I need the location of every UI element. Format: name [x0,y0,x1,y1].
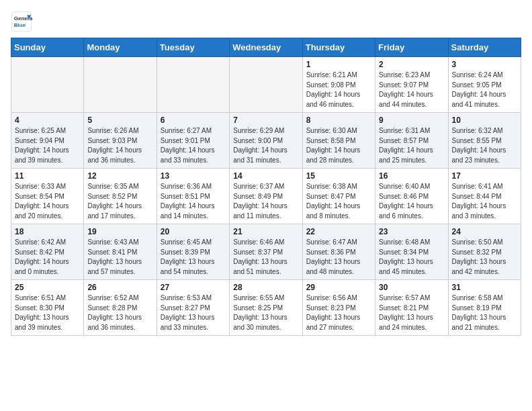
day-info: Sunrise: 6:35 AM Sunset: 8:52 PM Dayligh… [87,182,152,221]
day-number: 24 [452,227,517,236]
day-number: 31 [452,283,517,292]
day-number: 1 [306,60,371,69]
day-cell: 9Sunrise: 6:31 AM Sunset: 8:57 PM Daylig… [375,113,448,169]
day-info: Sunrise: 6:31 AM Sunset: 8:57 PM Dayligh… [379,126,444,165]
day-info: Sunrise: 6:47 AM Sunset: 8:36 PM Dayligh… [306,238,371,277]
day-number: 14 [233,171,298,181]
day-number: 15 [306,171,371,181]
day-number: 22 [306,227,371,236]
logo-icon: General Blue [11,11,32,32]
week-row-5: 25Sunrise: 6:51 AM Sunset: 8:30 PM Dayli… [11,280,521,336]
day-info: Sunrise: 6:36 AM Sunset: 8:51 PM Dayligh… [161,182,226,221]
day-number: 25 [15,283,80,292]
day-info: Sunrise: 6:33 AM Sunset: 8:54 PM Dayligh… [15,182,80,221]
svg-text:Blue: Blue [14,22,26,28]
day-info: Sunrise: 6:52 AM Sunset: 8:28 PM Dayligh… [87,293,152,332]
day-cell: 11Sunrise: 6:33 AM Sunset: 8:54 PM Dayli… [11,169,84,224]
day-info: Sunrise: 6:57 AM Sunset: 8:21 PM Dayligh… [379,293,444,332]
day-number: 28 [233,283,298,292]
day-info: Sunrise: 6:25 AM Sunset: 9:04 PM Dayligh… [15,126,80,165]
week-row-2: 4Sunrise: 6:25 AM Sunset: 9:04 PM Daylig… [11,113,521,169]
day-number: 29 [306,283,371,292]
day-info: Sunrise: 6:30 AM Sunset: 8:58 PM Dayligh… [306,126,371,165]
logo: General Blue [11,11,35,32]
day-number: 11 [15,171,80,181]
day-number: 21 [233,227,298,236]
day-cell: 30Sunrise: 6:57 AM Sunset: 8:21 PM Dayli… [375,280,448,336]
week-row-3: 11Sunrise: 6:33 AM Sunset: 8:54 PM Dayli… [11,169,521,224]
day-cell: 22Sunrise: 6:47 AM Sunset: 8:36 PM Dayli… [302,224,375,280]
day-cell: 24Sunrise: 6:50 AM Sunset: 8:32 PM Dayli… [448,224,521,280]
day-info: Sunrise: 6:42 AM Sunset: 8:42 PM Dayligh… [15,238,80,277]
day-info: Sunrise: 6:50 AM Sunset: 8:32 PM Dayligh… [452,238,517,277]
day-info: Sunrise: 6:41 AM Sunset: 8:44 PM Dayligh… [452,182,517,221]
day-info: Sunrise: 6:37 AM Sunset: 8:49 PM Dayligh… [233,182,298,221]
day-number: 9 [379,116,444,125]
weekday-header-thursday: Thursday [302,38,375,57]
day-info: Sunrise: 6:24 AM Sunset: 9:05 PM Dayligh… [452,71,517,109]
day-cell: 7Sunrise: 6:29 AM Sunset: 9:00 PM Daylig… [230,113,302,169]
day-cell: 14Sunrise: 6:37 AM Sunset: 8:49 PM Dayli… [230,169,302,224]
day-cell: 29Sunrise: 6:56 AM Sunset: 8:23 PM Dayli… [302,280,375,336]
day-number: 26 [87,283,152,292]
day-cell [157,57,229,113]
day-number: 23 [379,227,444,236]
day-cell: 31Sunrise: 6:58 AM Sunset: 8:19 PM Dayli… [448,280,521,336]
day-number: 18 [15,227,80,236]
day-info: Sunrise: 6:55 AM Sunset: 8:25 PM Dayligh… [233,293,298,332]
day-cell: 3Sunrise: 6:24 AM Sunset: 9:05 PM Daylig… [448,57,521,113]
day-info: Sunrise: 6:46 AM Sunset: 8:37 PM Dayligh… [233,238,298,277]
calendar: SundayMondayTuesdayWednesdayThursdayFrid… [11,38,521,336]
day-cell: 19Sunrise: 6:43 AM Sunset: 8:41 PM Dayli… [84,224,157,280]
day-cell: 2Sunrise: 6:23 AM Sunset: 9:07 PM Daylig… [375,57,448,113]
day-cell: 8Sunrise: 6:30 AM Sunset: 8:58 PM Daylig… [302,113,375,169]
day-info: Sunrise: 6:21 AM Sunset: 9:08 PM Dayligh… [306,71,371,109]
day-info: Sunrise: 6:58 AM Sunset: 8:19 PM Dayligh… [452,293,517,332]
day-info: Sunrise: 6:38 AM Sunset: 8:47 PM Dayligh… [306,182,371,221]
day-number: 6 [161,116,226,125]
day-cell: 28Sunrise: 6:55 AM Sunset: 8:25 PM Dayli… [230,280,302,336]
day-cell: 4Sunrise: 6:25 AM Sunset: 9:04 PM Daylig… [11,113,84,169]
day-cell: 27Sunrise: 6:53 AM Sunset: 8:27 PM Dayli… [157,280,229,336]
day-info: Sunrise: 6:48 AM Sunset: 8:34 PM Dayligh… [379,238,444,277]
weekday-header-sunday: Sunday [11,38,84,57]
day-number: 20 [161,227,226,236]
day-cell [11,57,84,113]
day-info: Sunrise: 6:51 AM Sunset: 8:30 PM Dayligh… [15,293,80,332]
weekday-header-row: SundayMondayTuesdayWednesdayThursdayFrid… [11,38,521,57]
header: General Blue [11,11,521,32]
day-info: Sunrise: 6:23 AM Sunset: 9:07 PM Dayligh… [379,71,444,109]
day-info: Sunrise: 6:40 AM Sunset: 8:46 PM Dayligh… [379,182,444,221]
day-number: 17 [452,171,517,181]
day-info: Sunrise: 6:45 AM Sunset: 8:39 PM Dayligh… [161,238,226,277]
day-cell: 23Sunrise: 6:48 AM Sunset: 8:34 PM Dayli… [375,224,448,280]
day-number: 3 [452,60,517,69]
day-cell: 6Sunrise: 6:27 AM Sunset: 9:01 PM Daylig… [157,113,229,169]
day-cell: 25Sunrise: 6:51 AM Sunset: 8:30 PM Dayli… [11,280,84,336]
day-number: 30 [379,283,444,292]
weekday-header-saturday: Saturday [448,38,521,57]
day-info: Sunrise: 6:29 AM Sunset: 9:00 PM Dayligh… [233,126,298,165]
day-number: 16 [379,171,444,181]
day-cell: 16Sunrise: 6:40 AM Sunset: 8:46 PM Dayli… [375,169,448,224]
day-cell: 13Sunrise: 6:36 AM Sunset: 8:51 PM Dayli… [157,169,229,224]
weekday-header-friday: Friday [375,38,448,57]
day-cell: 10Sunrise: 6:32 AM Sunset: 8:55 PM Dayli… [448,113,521,169]
day-cell: 21Sunrise: 6:46 AM Sunset: 8:37 PM Dayli… [230,224,302,280]
day-info: Sunrise: 6:27 AM Sunset: 9:01 PM Dayligh… [161,126,226,165]
week-row-1: 1Sunrise: 6:21 AM Sunset: 9:08 PM Daylig… [11,57,521,113]
day-number: 2 [379,60,444,69]
weekday-header-monday: Monday [84,38,157,57]
day-cell [230,57,302,113]
day-number: 5 [87,116,152,125]
day-info: Sunrise: 6:43 AM Sunset: 8:41 PM Dayligh… [87,238,152,277]
day-cell: 18Sunrise: 6:42 AM Sunset: 8:42 PM Dayli… [11,224,84,280]
day-cell: 17Sunrise: 6:41 AM Sunset: 8:44 PM Dayli… [448,169,521,224]
day-number: 7 [233,116,298,125]
day-number: 13 [161,171,226,181]
day-number: 27 [161,283,226,292]
day-cell: 5Sunrise: 6:26 AM Sunset: 9:03 PM Daylig… [84,113,157,169]
weekday-header-tuesday: Tuesday [157,38,229,57]
day-info: Sunrise: 6:56 AM Sunset: 8:23 PM Dayligh… [306,293,371,332]
week-row-4: 18Sunrise: 6:42 AM Sunset: 8:42 PM Dayli… [11,224,521,280]
